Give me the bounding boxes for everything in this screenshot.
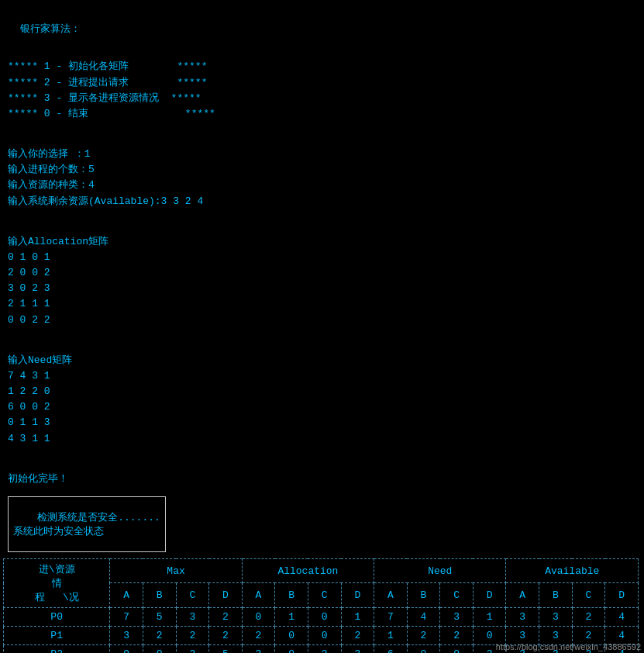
allocation-d-row1: 2	[341, 626, 374, 644]
input-resources: 输入资源的种类：4	[8, 179, 95, 191]
available-c-row0: 2	[572, 607, 605, 626]
table-row: P07532010174313324	[4, 607, 639, 626]
need-a-row1: 1	[374, 626, 408, 644]
resource-table: 进\资源情程 \况 Max Allocation Need Available …	[3, 558, 639, 653]
avail-a-header: A	[506, 583, 539, 608]
menu-section: ***** 1 - 初始化各矩阵 ***** ***** 2 - 进程提出请求 …	[0, 43, 644, 128]
max-d-row1: 2	[209, 626, 243, 644]
avail-c-header: C	[572, 583, 605, 608]
menu-item-3: ***** 3 - 显示各进程资源情况 *****	[8, 92, 201, 104]
proc-cell-0: P0	[4, 607, 110, 626]
max-d-header: D	[209, 583, 243, 608]
need-row-3: 0 1 1 3	[8, 416, 50, 428]
alloc-row-0: 0 1 0 1	[8, 251, 50, 263]
max-a-row2: 9	[110, 644, 143, 653]
max-b-row0: 5	[143, 607, 176, 626]
need-section: 输入Need矩阵 7 4 3 1 1 2 2 0 6 0 0 2 0 1 1 3…	[0, 334, 644, 453]
max-a-header: A	[110, 583, 143, 608]
input-choice: 输入你的选择 ：1	[8, 148, 91, 160]
allocation-b-row2: 0	[275, 644, 308, 653]
available-group-header: Available	[506, 558, 639, 583]
max-c-header: C	[176, 583, 209, 608]
allocation-c-row2: 2	[308, 644, 341, 653]
proc-cell-2: P2	[4, 644, 110, 653]
need-a-row0: 7	[374, 607, 408, 626]
safety-check-box: 检测系统是否安全....... 系统此时为安全状态	[8, 496, 166, 552]
alloc-row-4: 0 0 2 2	[8, 314, 50, 326]
need-row-0: 7 4 3 1	[8, 370, 50, 382]
menu-item-2: ***** 2 - 进程提出请求 *****	[8, 77, 207, 88]
need-row-1: 1 2 2 0	[8, 385, 50, 397]
need-b-row0: 4	[407, 607, 440, 626]
need-b-row1: 2	[407, 626, 440, 644]
input-processes: 输入进程的个数：5	[8, 164, 95, 175]
resource-table-section: 进\资源情程 \况 Max Allocation Need Available …	[0, 558, 644, 653]
need-c-row0: 3	[440, 607, 474, 626]
allocation-a-row1: 2	[242, 626, 275, 644]
terminal-output: 银行家算法：	[0, 0, 644, 43]
avail-b-header: B	[539, 583, 573, 608]
need-b-header: B	[407, 583, 440, 608]
max-d-row0: 2	[209, 607, 243, 626]
input-available: 输入系统剩余资源(Available):3 3 2 4	[8, 195, 203, 207]
allocation-section: 输入Allocation矩阵 0 1 0 1 2 0 0 2 3 0 2 3 2…	[0, 216, 644, 334]
max-b-row1: 2	[143, 626, 176, 644]
max-a-row0: 7	[110, 607, 143, 626]
available-d-row0: 4	[605, 607, 639, 626]
allocation-a-row0: 0	[242, 607, 275, 626]
need-d-row0: 1	[473, 607, 506, 626]
allocation-c-row1: 0	[308, 626, 341, 644]
need-label: 输入Need矩阵	[8, 354, 72, 366]
check-line2: 系统此时为安全状态	[13, 526, 104, 537]
allocation-label: 输入Allocation矩阵	[8, 236, 108, 247]
need-a-row2: 6	[374, 644, 408, 653]
check-line1: 检测系统是否安全.......	[37, 512, 160, 523]
alloc-d-header: D	[341, 583, 374, 608]
alloc-row-3: 2 1 1 1	[8, 298, 50, 309]
max-c-row1: 2	[176, 626, 209, 644]
menu-item-4: ***** 0 - 结束 *****	[8, 108, 215, 119]
allocation-a-row2: 3	[242, 644, 275, 653]
max-b-header: B	[143, 583, 176, 608]
need-group-header: Need	[374, 558, 506, 583]
allocation-c-row0: 0	[308, 607, 341, 626]
init-done: 初始化完毕！	[0, 453, 644, 493]
allocation-b-row0: 1	[275, 607, 308, 626]
need-d-header: D	[473, 583, 506, 608]
need-row-2: 6 0 0 2	[8, 401, 50, 413]
max-c-row0: 3	[176, 607, 209, 626]
alloc-row-2: 3 0 2 3	[8, 282, 50, 294]
need-b-row2: 0	[407, 644, 440, 653]
need-c-header: C	[440, 583, 474, 608]
need-row-4: 4 3 1 1	[8, 433, 50, 444]
max-group-header: Max	[110, 558, 242, 583]
alloc-a-header: A	[242, 583, 275, 608]
proc-cell-1: P1	[4, 626, 110, 644]
alloc-c-header: C	[308, 583, 341, 608]
avail-d-header: D	[605, 583, 639, 608]
max-d-row2: 5	[209, 644, 243, 653]
max-a-row1: 3	[110, 626, 143, 644]
max-c-row2: 2	[176, 644, 209, 653]
title-line: 银行家算法：	[20, 23, 81, 35]
watermark: https://blog.csdn.net/weixin_43886592	[496, 642, 641, 651]
need-a-header: A	[374, 583, 408, 608]
allocation-d-row2: 3	[341, 644, 374, 653]
alloc-b-header: B	[275, 583, 308, 608]
need-c-row2: 0	[440, 644, 474, 653]
input-section: 输入你的选择 ：1 输入进程的个数：5 输入资源的种类：4 输入系统剩余资源(A…	[0, 128, 644, 216]
available-a-row0: 3	[506, 607, 539, 626]
alloc-row-1: 2 0 0 2	[8, 267, 50, 278]
menu-item-1: ***** 1 - 初始化各矩阵 *****	[8, 60, 207, 72]
available-b-row0: 3	[539, 607, 573, 626]
allocation-d-row0: 1	[341, 607, 374, 626]
allocation-group-header: Allocation	[242, 558, 374, 583]
allocation-b-row1: 0	[275, 626, 308, 644]
proc-header: 进\资源情程 \况	[4, 558, 110, 607]
need-c-row1: 2	[440, 626, 474, 644]
max-b-row2: 0	[143, 644, 176, 653]
